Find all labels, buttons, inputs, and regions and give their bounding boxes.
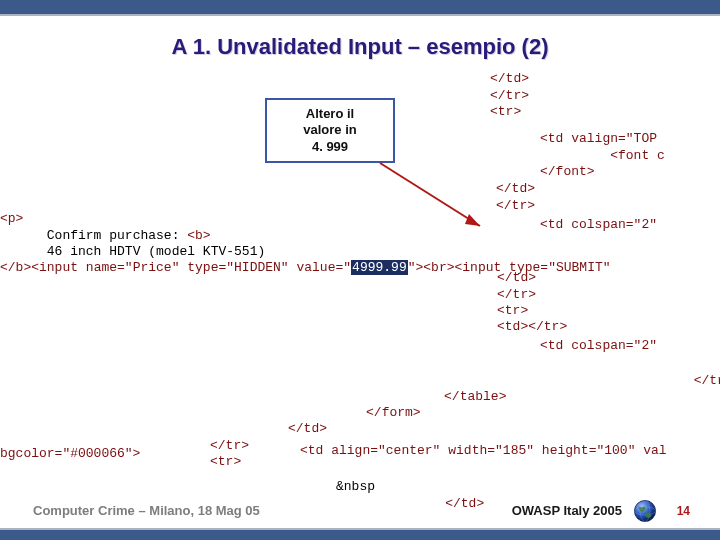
code-td-top: <td valign="TOP <font c </font> xyxy=(540,115,665,180)
callout-line3: 4. 999 xyxy=(312,139,348,154)
code-upper-right: </td> </tr> <tr> xyxy=(490,55,529,120)
globe-icon xyxy=(632,498,658,524)
code-bgcolor: bgcolor="#000066"> xyxy=(0,430,140,463)
footer-bar xyxy=(0,528,720,540)
header-bar xyxy=(0,0,720,16)
callout-line2: valore in xyxy=(303,122,356,137)
code-td-center: <td align="center" width="185" height="1… xyxy=(300,427,667,460)
slide-title: A 1. Unvalidated Input – esempio (2) xyxy=(0,34,720,60)
page-number: 14 xyxy=(677,504,690,518)
highlighted-price: 4999.99 xyxy=(351,260,408,275)
svg-point-2 xyxy=(634,500,655,521)
code-nbsp: &nbsp </td> xyxy=(336,463,484,512)
callout-box: Altero il valore in 4. 999 xyxy=(265,98,395,163)
callout-line1: Altero il xyxy=(306,106,354,121)
footer-right: OWASP Italy 2005 xyxy=(512,503,622,518)
footer-left: Computer Crime – Milano, 18 Mag 05 xyxy=(33,503,260,518)
